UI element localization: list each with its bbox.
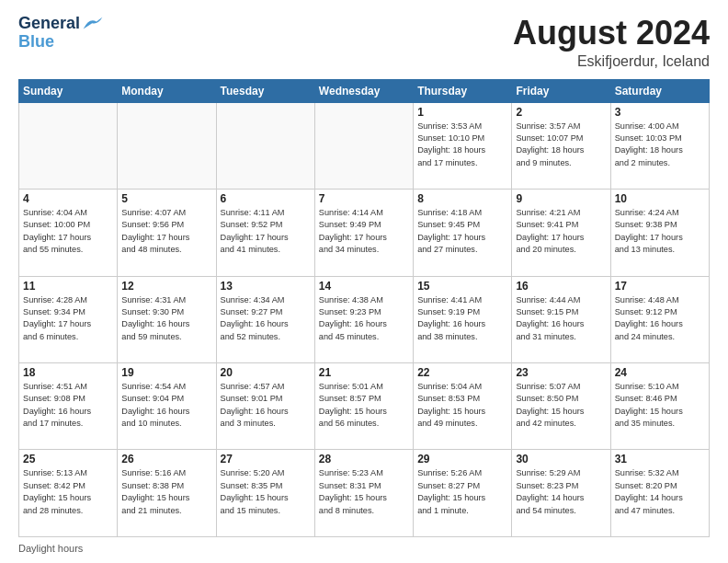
- day-info: Sunrise: 4:07 AMSunset: 9:56 PMDaylight:…: [121, 207, 211, 256]
- day-info: Sunrise: 4:54 AMSunset: 9:04 PMDaylight:…: [121, 381, 211, 430]
- day-info: Sunrise: 5:10 AMSunset: 8:46 PMDaylight:…: [615, 381, 705, 430]
- calendar-cell: 13Sunrise: 4:34 AMSunset: 9:27 PMDayligh…: [216, 276, 314, 362]
- logo-blue-text: Blue: [18, 33, 104, 52]
- day-info: Sunrise: 4:41 AMSunset: 9:19 PMDaylight:…: [417, 294, 507, 343]
- weekday-header-monday: Monday: [118, 79, 216, 102]
- calendar-cell: 4Sunrise: 4:04 AMSunset: 10:00 PMDayligh…: [19, 190, 118, 276]
- day-info: Sunrise: 4:38 AMSunset: 9:23 PMDaylight:…: [319, 294, 409, 343]
- day-number: 14: [319, 280, 409, 293]
- calendar-cell: 11Sunrise: 4:28 AMSunset: 9:34 PMDayligh…: [19, 276, 118, 362]
- day-info: Sunrise: 5:20 AMSunset: 8:35 PMDaylight:…: [221, 467, 311, 516]
- footer: Daylight hours: [18, 543, 710, 554]
- calendar-cell: 16Sunrise: 4:44 AMSunset: 9:15 PMDayligh…: [512, 276, 610, 362]
- calendar-cell: [118, 102, 216, 189]
- day-number: 15: [417, 280, 507, 293]
- day-info: Sunrise: 5:16 AMSunset: 8:38 PMDaylight:…: [121, 467, 211, 516]
- calendar-cell: [314, 102, 413, 189]
- calendar-cell: [19, 102, 118, 189]
- day-number: 11: [23, 280, 113, 293]
- day-info: Sunrise: 3:57 AMSunset: 10:07 PMDaylight…: [516, 121, 606, 169]
- day-number: 26: [121, 453, 211, 465]
- day-number: 22: [417, 366, 507, 379]
- calendar-cell: 8Sunrise: 4:18 AMSunset: 9:45 PMDaylight…: [414, 190, 512, 276]
- day-info: Sunrise: 5:07 AMSunset: 8:50 PMDaylight:…: [516, 381, 606, 430]
- calendar-cell: 6Sunrise: 4:11 AMSunset: 9:52 PMDaylight…: [216, 190, 314, 276]
- week-row-3: 11Sunrise: 4:28 AMSunset: 9:34 PMDayligh…: [19, 276, 710, 362]
- day-number: 16: [516, 280, 606, 293]
- calendar-cell: 20Sunrise: 4:57 AMSunset: 9:01 PMDayligh…: [216, 363, 314, 450]
- day-info: Sunrise: 5:32 AMSunset: 8:20 PMDaylight:…: [615, 467, 705, 516]
- day-number: 2: [516, 106, 606, 119]
- day-number: 29: [417, 453, 507, 465]
- day-info: Sunrise: 4:34 AMSunset: 9:27 PMDaylight:…: [221, 294, 311, 343]
- location: Eskifjoerdur, Iceland: [513, 53, 710, 70]
- day-info: Sunrise: 5:04 AMSunset: 8:53 PMDaylight:…: [417, 381, 507, 430]
- day-info: Sunrise: 4:48 AMSunset: 9:12 PMDaylight:…: [615, 294, 705, 343]
- calendar-cell: 25Sunrise: 5:13 AMSunset: 8:42 PMDayligh…: [19, 450, 118, 537]
- day-info: Sunrise: 4:44 AMSunset: 9:15 PMDaylight:…: [516, 294, 606, 343]
- header: General Blue August 2024 Eskifjoerdur, I…: [18, 15, 710, 70]
- day-number: 9: [516, 192, 606, 205]
- day-number: 7: [319, 192, 409, 205]
- calendar-cell: 19Sunrise: 4:54 AMSunset: 9:04 PMDayligh…: [118, 363, 216, 450]
- day-info: Sunrise: 4:14 AMSunset: 9:49 PMDaylight:…: [319, 207, 409, 256]
- day-info: Sunrise: 5:26 AMSunset: 8:27 PMDaylight:…: [417, 467, 507, 516]
- day-number: 31: [615, 453, 705, 465]
- day-info: Sunrise: 3:53 AMSunset: 10:10 PMDaylight…: [417, 121, 507, 169]
- calendar-cell: 21Sunrise: 5:01 AMSunset: 8:57 PMDayligh…: [314, 363, 413, 450]
- day-number: 27: [221, 453, 311, 465]
- calendar-cell: 22Sunrise: 5:04 AMSunset: 8:53 PMDayligh…: [414, 363, 512, 450]
- calendar-cell: 23Sunrise: 5:07 AMSunset: 8:50 PMDayligh…: [512, 363, 610, 450]
- day-number: 21: [319, 366, 409, 379]
- calendar-cell: 30Sunrise: 5:29 AMSunset: 8:23 PMDayligh…: [512, 450, 610, 537]
- logo-bird-icon: [82, 15, 104, 33]
- day-number: 28: [319, 453, 409, 465]
- day-number: 20: [221, 366, 311, 379]
- weekday-header-sunday: Sunday: [19, 79, 118, 102]
- day-number: 18: [23, 366, 113, 379]
- week-row-5: 25Sunrise: 5:13 AMSunset: 8:42 PMDayligh…: [19, 450, 710, 537]
- weekday-header-saturday: Saturday: [610, 79, 709, 102]
- day-info: Sunrise: 4:18 AMSunset: 9:45 PMDaylight:…: [417, 207, 507, 256]
- day-number: 1: [417, 106, 507, 119]
- calendar-cell: 26Sunrise: 5:16 AMSunset: 8:38 PMDayligh…: [118, 450, 216, 537]
- day-number: 25: [23, 453, 113, 465]
- month-year: August 2024: [513, 15, 710, 52]
- calendar-cell: [216, 102, 314, 189]
- day-info: Sunrise: 4:00 AMSunset: 10:03 PMDaylight…: [615, 121, 705, 169]
- calendar-table: SundayMondayTuesdayWednesdayThursdayFrid…: [18, 79, 710, 537]
- day-info: Sunrise: 4:21 AMSunset: 9:41 PMDaylight:…: [516, 207, 606, 256]
- weekday-header-tuesday: Tuesday: [216, 79, 314, 102]
- day-number: 19: [121, 366, 211, 379]
- logo: General Blue: [18, 15, 104, 52]
- footer-label: Daylight hours: [18, 543, 83, 554]
- weekday-header-thursday: Thursday: [414, 79, 512, 102]
- day-number: 17: [615, 280, 705, 293]
- calendar-cell: 17Sunrise: 4:48 AMSunset: 9:12 PMDayligh…: [610, 276, 709, 362]
- day-number: 4: [23, 192, 113, 205]
- calendar-cell: 27Sunrise: 5:20 AMSunset: 8:35 PMDayligh…: [216, 450, 314, 537]
- day-info: Sunrise: 5:23 AMSunset: 8:31 PMDaylight:…: [319, 467, 409, 516]
- day-number: 23: [516, 366, 606, 379]
- calendar-cell: 2Sunrise: 3:57 AMSunset: 10:07 PMDayligh…: [512, 102, 610, 189]
- day-info: Sunrise: 5:01 AMSunset: 8:57 PMDaylight:…: [319, 381, 409, 430]
- weekday-header-wednesday: Wednesday: [314, 79, 413, 102]
- day-info: Sunrise: 5:13 AMSunset: 8:42 PMDaylight:…: [23, 467, 113, 516]
- day-info: Sunrise: 5:29 AMSunset: 8:23 PMDaylight:…: [516, 467, 606, 516]
- weekday-header-row: SundayMondayTuesdayWednesdayThursdayFrid…: [19, 79, 710, 102]
- calendar-cell: 31Sunrise: 5:32 AMSunset: 8:20 PMDayligh…: [610, 450, 709, 537]
- calendar-cell: 10Sunrise: 4:24 AMSunset: 9:38 PMDayligh…: [610, 190, 709, 276]
- day-number: 12: [121, 280, 211, 293]
- calendar-cell: 12Sunrise: 4:31 AMSunset: 9:30 PMDayligh…: [118, 276, 216, 362]
- title-area: August 2024 Eskifjoerdur, Iceland: [513, 15, 710, 70]
- day-number: 13: [221, 280, 311, 293]
- calendar-cell: 3Sunrise: 4:00 AMSunset: 10:03 PMDayligh…: [610, 102, 709, 189]
- calendar-cell: 14Sunrise: 4:38 AMSunset: 9:23 PMDayligh…: [314, 276, 413, 362]
- calendar-cell: 1Sunrise: 3:53 AMSunset: 10:10 PMDayligh…: [414, 102, 512, 189]
- day-info: Sunrise: 4:24 AMSunset: 9:38 PMDaylight:…: [615, 207, 705, 256]
- day-number: 8: [417, 192, 507, 205]
- calendar-cell: 24Sunrise: 5:10 AMSunset: 8:46 PMDayligh…: [610, 363, 709, 450]
- calendar-cell: 15Sunrise: 4:41 AMSunset: 9:19 PMDayligh…: [414, 276, 512, 362]
- day-number: 5: [121, 192, 211, 205]
- calendar-cell: 9Sunrise: 4:21 AMSunset: 9:41 PMDaylight…: [512, 190, 610, 276]
